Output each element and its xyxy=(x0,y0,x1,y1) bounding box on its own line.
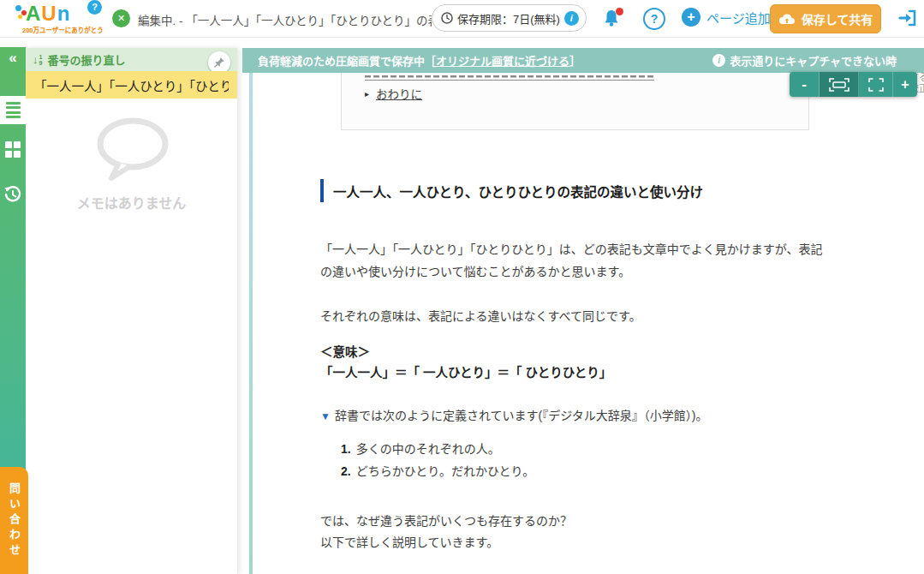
memo-panel: ↓ 19 番号の振り直し 「一人一人」「一人ひとり」「ひとり... メモはありま… xyxy=(26,48,237,574)
zoom-in-button[interactable]: + xyxy=(893,72,917,97)
clipped-toc-link xyxy=(365,75,654,81)
article-heading: 一人一人、一人ひとり、ひとりひとりの表記の違いと使い分け xyxy=(320,179,703,202)
zoom-toolbar: - + xyxy=(790,72,917,97)
fit-screen-button[interactable] xyxy=(859,72,893,97)
definition-item: 1.多くの中のそれぞれの人。 xyxy=(341,439,500,457)
memo-list-tab[interactable] xyxy=(0,96,26,124)
logo-tagline: 200万ユーザーにありがとう xyxy=(22,25,104,34)
meaning-equation: 「一人一人」＝「 一人ひとり」＝「 ひとりひとり」 xyxy=(320,362,611,380)
renumber-label[interactable]: 番号の振り直し xyxy=(47,51,203,68)
retention-label: 保存期限：7日(無料) xyxy=(457,10,560,27)
thumbnail-grid-tab[interactable] xyxy=(0,135,26,164)
fit-width-button[interactable] xyxy=(820,72,859,97)
add-page-label: ページ追加 xyxy=(706,9,771,27)
info-icon: i xyxy=(712,54,725,67)
empty-memo-state: メモはありません xyxy=(26,117,237,212)
top-header: AUn ? 200万ユーザーにありがとう ✕ 編集中. - 「一人一人」「一人ひ… xyxy=(0,0,924,38)
zoom-out-button[interactable]: - xyxy=(790,72,820,97)
exit-icon[interactable] xyxy=(897,8,918,28)
speech-bubble-icon xyxy=(93,117,170,183)
logo-dot-blue xyxy=(15,5,21,11)
heading-text: 一人一人、一人ひとり、ひとりひとりの表記の違いと使い分け xyxy=(333,182,703,200)
paragraph: それぞれの意味は、表記による違いはなくすべて同じです。 xyxy=(320,305,834,327)
pin-icon xyxy=(214,57,225,68)
compression-message: 負荷軽減のため圧縮画質で保存中［オリジナル画質に近づける］ xyxy=(258,52,581,69)
closing-line: 以下で詳しく説明していきます。 xyxy=(320,533,498,550)
contact-tab-label: 問い合わせ xyxy=(6,482,22,559)
grid-icon xyxy=(5,141,21,158)
capture-help-label: 表示通りにキャプチャできない時 xyxy=(730,52,897,69)
cloud-upload-icon xyxy=(778,13,796,25)
renumber-icon: ↓ 19 xyxy=(33,53,42,66)
app-window: AUn ? 200万ユーザーにありがとう ✕ 編集中. - 「一人一人」「一人ひ… xyxy=(0,0,924,574)
fit-screen-icon xyxy=(868,78,884,92)
list-icon xyxy=(6,102,21,118)
plus-icon: + xyxy=(682,8,700,27)
retention-pill: 保存期限：7日(無料) i xyxy=(432,4,587,32)
info-icon[interactable]: i xyxy=(564,11,579,26)
save-share-label: 保存して共有 xyxy=(802,10,873,27)
pin-button[interactable] xyxy=(208,51,230,74)
notifications-button[interactable] xyxy=(601,8,623,30)
meaning-label: ＜意味＞ xyxy=(320,342,370,360)
help-button[interactable]: ? xyxy=(643,8,665,30)
editing-title: 編集中. - 「一人一人」「一人ひとり」「ひとりひとり」の表 xyxy=(138,11,432,27)
closing-line: では、なぜ違う表記がいくつも存在するのか？ xyxy=(320,511,572,529)
logo-question-badge: ? xyxy=(87,0,102,15)
save-share-button[interactable]: 保存して共有 xyxy=(770,4,881,33)
empty-memo-message: メモはありません xyxy=(26,192,237,212)
notification-badge xyxy=(616,8,623,15)
toc-item-label: おわりに xyxy=(376,85,422,102)
paragraph: 「一人一人」「一人ひとり」「ひとりひとり」は、どの表記も文章中でよく見かけますが… xyxy=(320,238,834,283)
memo-list-item[interactable]: 「一人一人」「一人ひとり」「ひとり... xyxy=(26,71,237,99)
close-edit-icon[interactable]: ✕ xyxy=(112,9,130,27)
triangle-right-icon: ▸ xyxy=(365,89,369,99)
triangle-down-icon: ▼ xyxy=(320,410,331,422)
heading-accent-bar xyxy=(320,179,324,202)
dictionary-intro: ▼辞書では次のように定義されています(『デジタル大辞泉』（小学館）)。 xyxy=(320,406,708,423)
definition-item: 2.どちらかひとり。だれかひとり。 xyxy=(341,462,534,479)
clock-icon xyxy=(441,12,453,24)
history-tab[interactable] xyxy=(0,180,26,208)
memo-item-label: 「一人一人」「一人ひとり」「ひとり... xyxy=(34,76,229,94)
aun-logo[interactable]: AUn ? 200万ユーザーにありがとう xyxy=(14,2,108,36)
add-page-button[interactable]: + ページ追加 xyxy=(682,8,771,27)
collapse-sidebar-button[interactable]: « xyxy=(0,50,26,67)
memo-panel-header: ↓ 19 番号の振り直し xyxy=(26,48,237,71)
logo-dot-yellow xyxy=(18,15,22,19)
contact-tab[interactable]: 問い合わせ xyxy=(0,467,28,574)
fit-width-icon xyxy=(829,78,849,92)
logo-wordmark: AUn xyxy=(26,2,70,26)
compression-notice-bar: 負荷軽減のため圧縮画質で保存中［オリジナル画質に近づける］ i 表示通りにキャプ… xyxy=(242,48,924,73)
capture-help-link[interactable]: i 表示通りにキャプチャできない時 xyxy=(712,52,897,69)
capture-page-left-border xyxy=(249,73,253,574)
history-icon xyxy=(3,185,22,204)
original-quality-link[interactable]: オリジナル画質に近づける xyxy=(436,55,569,68)
toc-box: ▸ おわりに xyxy=(341,73,809,130)
toc-item-owarini[interactable]: ▸ おわりに xyxy=(365,85,422,102)
